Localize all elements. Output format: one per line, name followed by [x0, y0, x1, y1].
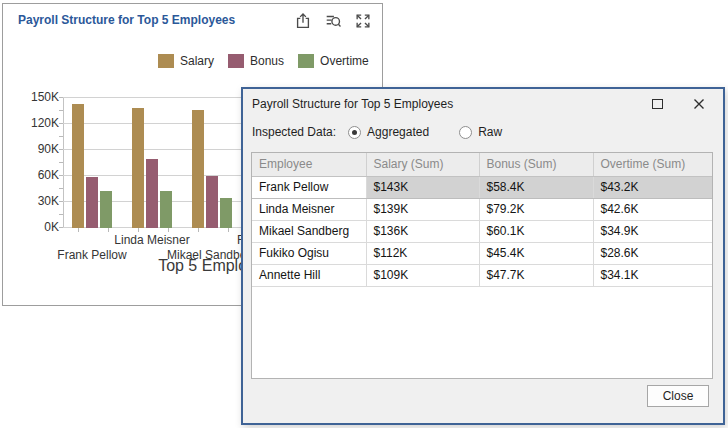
y-tick-label: 150K: [17, 90, 59, 104]
column-header[interactable]: Employee: [252, 153, 366, 176]
bar-salary[interactable]: [192, 110, 204, 228]
y-axis-tick: [59, 201, 63, 202]
desktop: Payroll Structure for Top 5 Employees Sa…: [0, 0, 728, 428]
table-cell[interactable]: $45.4K: [479, 242, 593, 264]
y-axis-tick: [59, 162, 63, 163]
radio-circle: [459, 126, 472, 139]
dialog-titlebar[interactable]: Payroll Structure for Top 5 Employees: [243, 89, 723, 117]
bar-bonus[interactable]: [86, 177, 98, 228]
table-cell[interactable]: $60.1K: [479, 220, 593, 242]
y-axis-tick: [59, 110, 63, 111]
table-cell[interactable]: $143K: [366, 176, 479, 198]
close-button[interactable]: Close: [647, 385, 709, 407]
table-cell[interactable]: $34.1K: [593, 264, 712, 286]
table-cell[interactable]: Annette Hill: [252, 264, 366, 286]
bar-bonus[interactable]: [146, 159, 158, 228]
inspected-data-label: Inspected Data:: [252, 125, 336, 139]
table-row[interactable]: Frank Pellow$143K$58.4K$43.2K: [252, 176, 712, 198]
legend-label: Bonus: [250, 54, 284, 68]
table-cell[interactable]: $28.6K: [593, 242, 712, 264]
table-cell[interactable]: Mikael Sandberg: [252, 220, 366, 242]
legend-label: Salary: [180, 54, 214, 68]
chart-toolbar: [293, 11, 373, 31]
table-cell[interactable]: $139K: [366, 198, 479, 220]
x-axis-tick: [198, 228, 199, 232]
table-row[interactable]: Mikael Sandberg$136K$60.1K$34.9K: [252, 220, 712, 242]
legend-label: Overtime: [320, 54, 369, 68]
y-axis-tick: [59, 149, 63, 150]
legend-swatch: [158, 54, 174, 68]
chart-legend: Salary Bonus Overtime: [158, 54, 369, 68]
x-category-label: Linda Meisner: [97, 233, 207, 247]
y-axis-tick: [59, 123, 63, 124]
column-header[interactable]: Salary (Sum): [366, 153, 479, 176]
table-cell[interactable]: $79.2K: [479, 198, 593, 220]
y-axis-tick: [59, 227, 63, 228]
radio-raw[interactable]: Raw: [459, 125, 502, 139]
y-axis-tick: [59, 97, 63, 98]
table-cell[interactable]: $112K: [366, 242, 479, 264]
table-cell[interactable]: Linda Meisner: [252, 198, 366, 220]
legend-item-salary[interactable]: Salary: [158, 54, 214, 68]
column-header[interactable]: Overtime (Sum): [593, 153, 712, 176]
y-tick-label: 90K: [17, 142, 59, 156]
legend-swatch: [228, 54, 244, 68]
y-tick-label: 0K: [17, 220, 59, 234]
inspect-data-dialog: Payroll Structure for Top 5 Employees In…: [241, 87, 725, 425]
y-axis-tick: [59, 188, 63, 189]
x-axis-tick: [228, 228, 229, 232]
table-header-row: EmployeeSalary (Sum)Bonus (Sum)Overtime …: [252, 153, 712, 176]
y-axis-tick: [59, 175, 63, 176]
bar-overtime[interactable]: [220, 198, 232, 228]
table-cell[interactable]: $109K: [366, 264, 479, 286]
radio-aggregated[interactable]: Aggregated: [348, 125, 429, 139]
y-tick-label: 120K: [17, 116, 59, 130]
bar-salary[interactable]: [72, 104, 84, 228]
table-row[interactable]: Fukiko Ogisu$112K$45.4K$28.6K: [252, 242, 712, 264]
bar-salary[interactable]: [132, 108, 144, 228]
y-axis-tick: [59, 214, 63, 215]
inspected-data-group: Inspected Data: Aggregated Raw: [252, 125, 502, 139]
fullscreen-icon[interactable]: [353, 11, 373, 31]
radio-aggregated-label: Aggregated: [367, 125, 429, 139]
table-cell[interactable]: $136K: [366, 220, 479, 242]
legend-swatch: [298, 54, 314, 68]
x-axis-tick: [78, 228, 79, 232]
table-cell[interactable]: Fukiko Ogisu: [252, 242, 366, 264]
bar-overtime[interactable]: [100, 191, 112, 228]
export-icon[interactable]: [293, 11, 313, 31]
table-cell[interactable]: $58.4K: [479, 176, 593, 198]
table-cell[interactable]: $42.6K: [593, 198, 712, 220]
data-grid: EmployeeSalary (Sum)Bonus (Sum)Overtime …: [251, 152, 713, 379]
y-axis-line: [63, 97, 64, 228]
table-row[interactable]: Annette Hill$109K$47.7K$34.1K: [252, 264, 712, 286]
y-tick-label: 30K: [17, 194, 59, 208]
maximize-icon[interactable]: [649, 96, 665, 112]
x-axis-tick: [138, 228, 139, 232]
dialog-title: Payroll Structure for Top 5 Employees: [252, 97, 623, 111]
chart-title: Payroll Structure for Top 5 Employees: [18, 13, 235, 27]
inspect-data-icon[interactable]: [323, 11, 343, 31]
bar-bonus[interactable]: [206, 176, 218, 228]
radio-raw-label: Raw: [478, 125, 502, 139]
table-cell[interactable]: $43.2K: [593, 176, 712, 198]
x-axis-tick: [168, 228, 169, 232]
table-cell[interactable]: $47.7K: [479, 264, 593, 286]
column-header[interactable]: Bonus (Sum): [479, 153, 593, 176]
y-axis-tick: [59, 136, 63, 137]
close-icon[interactable]: [691, 96, 707, 112]
table-cell[interactable]: $34.9K: [593, 220, 712, 242]
x-axis-tick: [108, 228, 109, 232]
data-table: EmployeeSalary (Sum)Bonus (Sum)Overtime …: [252, 153, 712, 287]
legend-item-bonus[interactable]: Bonus: [228, 54, 284, 68]
y-tick-label: 60K: [17, 168, 59, 182]
table-cell[interactable]: Frank Pellow: [252, 176, 366, 198]
bar-overtime[interactable]: [160, 191, 172, 228]
legend-item-overtime[interactable]: Overtime: [298, 54, 369, 68]
table-row[interactable]: Linda Meisner$139K$79.2K$42.6K: [252, 198, 712, 220]
radio-circle: [348, 126, 361, 139]
